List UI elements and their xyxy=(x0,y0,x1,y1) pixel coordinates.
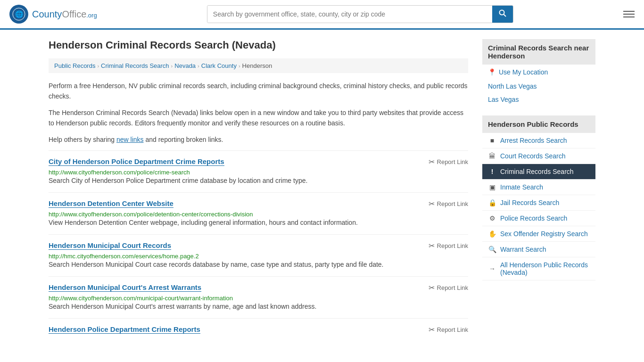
link-entry-1: City of Henderson Police Department Crim… xyxy=(49,150,468,192)
police-records-icon: ⚙ xyxy=(488,214,496,222)
arrest-records-label: Arrest Records Search xyxy=(500,137,567,144)
link-entry-2: Henderson Detention Center Website ✂ Rep… xyxy=(49,192,468,234)
new-links-link[interactable]: new links xyxy=(116,136,144,143)
report-link-btn-3[interactable]: ✂ Report Link xyxy=(429,241,468,250)
report-label-3: Report Link xyxy=(437,242,468,249)
sidebar-use-location[interactable]: 📍 Use My Location xyxy=(482,65,595,80)
link-url-4[interactable]: http://www.cityofhenderson.com/municipal… xyxy=(49,295,233,302)
sidebar-item-sex-offender[interactable]: ✋ Sex Offender Registry Search xyxy=(482,226,595,242)
main-container: Henderson Criminal Records Search (Nevad… xyxy=(39,30,605,352)
sidebar-las-vegas[interactable]: Las Vegas xyxy=(482,93,595,106)
warrant-search-icon: 🔍 xyxy=(488,246,496,253)
las-vegas-label: Las Vegas xyxy=(488,96,519,103)
report-label-1: Report Link xyxy=(437,158,468,165)
logo-text: CountyOffice.org xyxy=(32,9,97,20)
sidebar-nearby-section: Criminal Records Search near Henderson 📍… xyxy=(482,39,595,106)
sidebar-item-arrest-records[interactable]: ■ Arrest Records Search xyxy=(482,133,595,148)
breadcrumb-public-records[interactable]: Public Records xyxy=(54,62,95,69)
link-title-5[interactable]: Henderson Police Department Crime Report… xyxy=(49,325,200,334)
description-3: Help others by sharing new links and rep… xyxy=(49,134,468,145)
description-1: Perform a free Henderson, NV public crim… xyxy=(49,81,468,102)
link-title-2[interactable]: Henderson Detention Center Website xyxy=(49,199,173,208)
report-icon-1: ✂ xyxy=(429,157,435,166)
all-records-label: All Henderson Public Records (Nevada) xyxy=(500,261,590,276)
sidebar-public-records-header: Henderson Public Records xyxy=(482,115,595,133)
sidebar-item-court-records[interactable]: 🏛 Court Records Search xyxy=(482,148,595,164)
sex-offender-label: Sex Offender Registry Search xyxy=(500,230,588,238)
link-url-3[interactable]: http://hmc.cityofhenderson.com/eservices… xyxy=(49,253,199,260)
link-title-3[interactable]: Henderson Municipal Court Records xyxy=(49,241,171,250)
page-title: Henderson Criminal Records Search (Nevad… xyxy=(49,39,468,51)
report-link-btn-5[interactable]: ✂ Report Link xyxy=(429,325,468,334)
link-entries: City of Henderson Police Department Crim… xyxy=(49,150,468,343)
use-location-label: Use My Location xyxy=(499,68,548,76)
svg-text:🌐: 🌐 xyxy=(15,10,24,18)
sidebar-item-warrant-search[interactable]: 🔍 Warrant Search xyxy=(482,242,595,257)
sidebar-north-las-vegas[interactable]: North Las Vegas xyxy=(482,80,595,93)
link-entry-3: Henderson Municipal Court Records ✂ Repo… xyxy=(49,234,468,276)
report-link-btn-1[interactable]: ✂ Report Link xyxy=(429,157,468,166)
court-records-icon: 🏛 xyxy=(488,152,496,160)
report-icon-4: ✂ xyxy=(429,283,435,292)
use-location-pin-icon: 📍 xyxy=(488,68,496,76)
menu-line-2 xyxy=(623,14,635,15)
sidebar-item-all-public-records[interactable]: → All Henderson Public Records (Nevada) xyxy=(482,257,595,280)
site-header: 🌐 CountyOffice.org xyxy=(0,0,644,30)
breadcrumb-sep-2: › xyxy=(171,63,173,69)
breadcrumb-criminal-records[interactable]: Criminal Records Search xyxy=(101,62,169,69)
search-input[interactable] xyxy=(207,6,492,23)
search-button[interactable] xyxy=(492,6,513,23)
jail-records-label: Jail Records Search xyxy=(500,199,559,206)
menu-line-1 xyxy=(623,11,635,12)
link-entry-5: Henderson Police Department Crime Report… xyxy=(49,318,468,343)
report-link-btn-2[interactable]: ✂ Report Link xyxy=(429,199,468,208)
search-wrapper xyxy=(207,5,513,23)
sidebar: Criminal Records Search near Henderson 📍… xyxy=(482,39,595,343)
sex-offender-icon: ✋ xyxy=(488,230,496,238)
sidebar-nearby-header: Criminal Records Search near Henderson xyxy=(482,39,595,65)
link-entry-2-header: Henderson Detention Center Website ✂ Rep… xyxy=(49,199,468,208)
link-desc-3: Search Henderson Municipal Court case re… xyxy=(49,260,468,270)
svg-point-2 xyxy=(499,10,504,15)
report-label-2: Report Link xyxy=(437,200,468,207)
link-url-2[interactable]: http://www.cityofhenderson.com/police/de… xyxy=(49,211,253,218)
arrest-records-icon: ■ xyxy=(488,137,496,144)
report-link-btn-4[interactable]: ✂ Report Link xyxy=(429,283,468,292)
inmate-search-label: Inmate Search xyxy=(500,183,543,191)
link-title-1[interactable]: City of Henderson Police Department Crim… xyxy=(49,157,224,166)
sidebar-item-criminal-records[interactable]: ! Criminal Records Search xyxy=(482,164,595,180)
menu-button[interactable] xyxy=(623,11,635,17)
link-entry-5-header: Henderson Police Department Crime Report… xyxy=(49,325,468,334)
warrant-search-label: Warrant Search xyxy=(500,246,546,253)
sidebar-item-jail-records[interactable]: 🔒 Jail Records Search xyxy=(482,195,595,211)
breadcrumb-sep-3: › xyxy=(198,63,199,69)
criminal-records-label: Criminal Records Search xyxy=(500,168,574,175)
link-entry-4-header: Henderson Municipal Court's Arrest Warra… xyxy=(49,283,468,292)
link-entry-3-header: Henderson Municipal Court Records ✂ Repo… xyxy=(49,241,468,250)
police-records-label: Police Records Search xyxy=(500,214,567,222)
breadcrumb-henderson: Henderson xyxy=(242,62,272,69)
link-desc-1: Search City of Henderson Police Departme… xyxy=(49,176,468,186)
link-entry-1-header: City of Henderson Police Department Crim… xyxy=(49,157,468,166)
description-3-prefix: Help others by sharing xyxy=(49,136,116,143)
report-label-5: Report Link xyxy=(437,326,468,333)
menu-line-3 xyxy=(623,16,635,17)
report-label-4: Report Link xyxy=(437,284,468,291)
report-icon-2: ✂ xyxy=(429,199,435,208)
link-url-1[interactable]: http://www.cityofhenderson.com/police/cr… xyxy=(49,169,190,176)
breadcrumb-sep-4: › xyxy=(239,63,240,69)
breadcrumb-sep-1: › xyxy=(97,63,99,69)
sidebar-public-records-section: Henderson Public Records ■ Arrest Record… xyxy=(482,115,595,280)
all-records-icon: → xyxy=(488,265,496,272)
sidebar-item-inmate-search[interactable]: ▣ Inmate Search xyxy=(482,180,595,195)
north-las-vegas-label: North Las Vegas xyxy=(488,82,537,90)
link-title-4[interactable]: Henderson Municipal Court's Arrest Warra… xyxy=(49,283,201,292)
jail-records-icon: 🔒 xyxy=(488,199,496,206)
breadcrumb: Public Records › Criminal Records Search… xyxy=(49,58,468,73)
sidebar-item-police-records[interactable]: ⚙ Police Records Search xyxy=(482,211,595,226)
content-area: Henderson Criminal Records Search (Nevad… xyxy=(49,39,468,343)
breadcrumb-nevada[interactable]: Nevada xyxy=(174,62,196,69)
breadcrumb-clark-county[interactable]: Clark County xyxy=(201,62,237,69)
description-3-suffix: and reporting broken links. xyxy=(144,136,223,143)
inmate-search-icon: ▣ xyxy=(488,183,496,191)
